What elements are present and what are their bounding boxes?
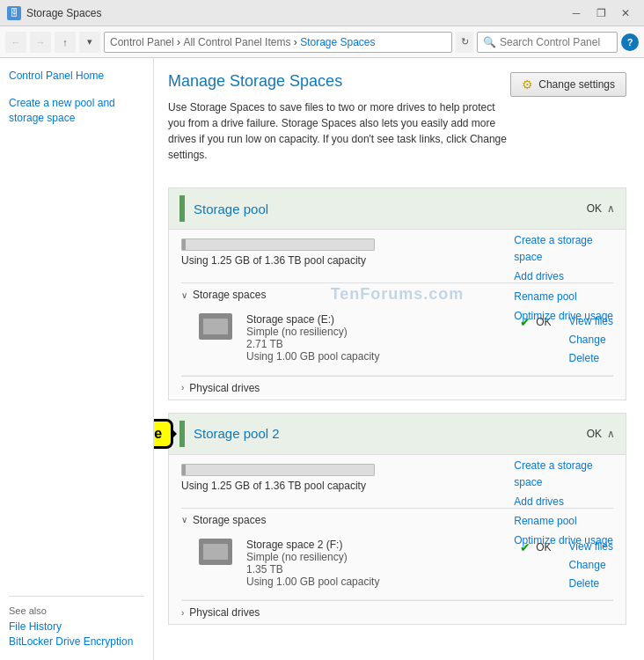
pool-1-space-0-change[interactable]: Change (569, 332, 613, 348)
search-box[interactable]: 🔍 (477, 32, 618, 53)
pool-1-action-optimize[interactable]: Optimize drive usage (514, 308, 613, 325)
physical-drives-chevron-icon: › (181, 383, 184, 392)
pool-2-space-0-type: Simple (no resiliency) (246, 551, 520, 563)
pool-2-action-rename[interactable]: Rename pool (514, 513, 613, 530)
search-icon: 🔍 (483, 36, 496, 48)
pool-2-space-0-change[interactable]: Change (569, 557, 613, 574)
pool-1-action-rename[interactable]: Rename pool (514, 289, 613, 305)
sidebar-link-file-history[interactable]: File History (9, 620, 62, 633)
pool-1-collapse-button[interactable]: ∧ (607, 202, 615, 215)
pool-2-space-0-info: Storage space 2 (F:) Simple (no resilien… (246, 539, 520, 588)
pool-2-action-create[interactable]: Create a storagespace (514, 458, 613, 491)
help-button[interactable]: ? (621, 33, 639, 51)
pool-2-physical-drives-toggle[interactable]: › Physical drives (181, 600, 613, 624)
pool-2-collapse-button[interactable]: ∧ (607, 428, 615, 440)
sidebar-main-links: Control Panel Home Create a new pool and… (9, 69, 144, 125)
pool-1-action-add[interactable]: Add drives (514, 268, 613, 285)
pool-1-title: Storage pool (194, 202, 587, 216)
forward-button[interactable]: → (30, 32, 51, 53)
recent-button[interactable]: ▾ (79, 32, 100, 53)
minimize-button[interactable]: ─ (565, 4, 588, 22)
pool-2-status-text: OK (587, 428, 602, 440)
pool-2-space-0-name: Storage space 2 (F:) (246, 539, 520, 551)
refresh-button[interactable]: ↻ (456, 32, 473, 53)
pool-1-space-0-size: 2.71 TB (246, 338, 520, 350)
pool-1-space-0-capacity: Using 1.00 GB pool capacity (246, 350, 520, 363)
pool-2-physical-drives-chevron-icon: › (181, 608, 184, 618)
page-header-row: Manage Storage Spaces Use Storage Spaces… (168, 72, 626, 175)
drive-icon (199, 313, 234, 344)
pool-2-actions: Create a storagespace Add drives Rename … (514, 458, 613, 550)
pool-2-action-optimize[interactable]: Optimize drive usage (514, 532, 613, 549)
pool-1-space-0-delete[interactable]: Delete (569, 350, 613, 367)
titlebar-title: Storage Spaces (26, 7, 101, 19)
sidebar: Control Panel Home Create a new pool and… (0, 58, 154, 660)
pool-2-drive-icon-shape (199, 539, 232, 565)
sidebar-link-home[interactable]: Control Panel Home (9, 70, 104, 82)
pool-2-title: Storage pool 2 (194, 426, 587, 441)
back-button[interactable]: ← (5, 32, 26, 53)
new-name-callout: New name (154, 419, 173, 449)
page-description: Use Storage Spaces to save files to two … (168, 99, 510, 163)
pool-2-progress-fill (182, 465, 186, 475)
storage-pool-2-card: New name Storage pool 2 OK ∧ Using 1.25 … (168, 413, 626, 626)
content-area: Manage Storage Spaces Use Storage Spaces… (154, 58, 644, 660)
pool-1-physical-drives-toggle[interactable]: › Physical drives (181, 376, 613, 400)
pool-2-storage-spaces-chevron-icon: ∨ (181, 515, 187, 524)
pool-2-physical-drives-label: Physical drives (189, 606, 260, 619)
pool-2-space-0-delete[interactable]: Delete (569, 576, 613, 592)
drive-icon-shape (199, 313, 232, 340)
pool-1-space-0-type: Simple (no resiliency) (246, 326, 520, 338)
pool-2-storage-spaces-label: Storage spaces (193, 514, 266, 526)
addressbar: ← → ↑ ▾ Control Panel › All Control Pane… (0, 26, 644, 58)
see-also-label: See also (9, 605, 144, 616)
path-current: Storage Spaces (300, 36, 375, 48)
pool-1-status-text: OK (587, 202, 602, 215)
main-layout: Control Panel Home Create a new pool and… (0, 58, 644, 660)
pool-1-header: Storage pool OK ∧ (169, 188, 626, 230)
pool-1-action-create[interactable]: Create a storagespace (514, 232, 613, 266)
path-part-2: All Control Panel Items (183, 36, 290, 48)
up-button[interactable]: ↑ (55, 32, 76, 53)
titlebar-controls: ─ ❐ ✕ (565, 4, 637, 22)
pool-1-space-0-info: Storage space (E:) Simple (no resiliency… (246, 313, 520, 363)
change-settings-button[interactable]: ⚙ Change settings (510, 72, 626, 97)
sidebar-see-also: See also File History BitLocker Drive En… (9, 596, 144, 649)
pool-1-progress-bar (181, 238, 375, 251)
titlebar-left: 🗄 Storage Spaces (7, 6, 101, 20)
pool-2-status: OK ∧ (587, 428, 615, 440)
storage-spaces-chevron-icon: ∨ (181, 290, 187, 300)
pool-1-actions: Create a storagespace Add drives Rename … (514, 232, 613, 325)
pool-1-space-0-name: Storage space (E:) (246, 313, 520, 326)
pool-2-header: Storage pool 2 OK ∧ (169, 414, 626, 455)
close-button[interactable]: ✕ (614, 4, 637, 22)
sidebar-link-create[interactable]: Create a new pool and storage space (9, 97, 115, 124)
page-header-text: Manage Storage Spaces Use Storage Spaces… (168, 72, 510, 175)
pool-1-progress-fill (182, 239, 186, 250)
address-path[interactable]: Control Panel › All Control Panel Items … (104, 32, 452, 53)
path-part-1: Control Panel (110, 36, 174, 48)
page-title: Manage Storage Spaces (168, 72, 510, 91)
change-settings-label: Change settings (538, 78, 615, 91)
pool-2-progress-bar (181, 464, 375, 476)
search-input[interactable] (500, 36, 611, 48)
pool-1-status: OK ∧ (587, 202, 615, 215)
physical-drives-label: Physical drives (189, 382, 260, 394)
storage-spaces-label: Storage spaces (193, 289, 266, 301)
pool-2-header-wrapper: New name Storage pool 2 OK ∧ (169, 414, 626, 455)
storage-pool-1-card: TenForums.com Storage pool OK ∧ Using 1.… (168, 187, 626, 400)
gear-icon: ⚙ (522, 77, 533, 92)
pool-1-accent (179, 195, 185, 222)
app-icon: 🗄 (7, 6, 21, 20)
pool-2-space-0-capacity: Using 1.00 GB pool capacity (246, 576, 520, 588)
sidebar-link-bitlocker[interactable]: BitLocker Drive Encryption (9, 635, 133, 648)
pool-2-space-0-size: 1.35 TB (246, 563, 520, 576)
pool-2-drive-icon (199, 539, 234, 569)
pool-2-action-add[interactable]: Add drives (514, 494, 613, 510)
restore-button[interactable]: ❐ (589, 4, 612, 22)
titlebar: 🗄 Storage Spaces ─ ❐ ✕ (0, 0, 644, 26)
